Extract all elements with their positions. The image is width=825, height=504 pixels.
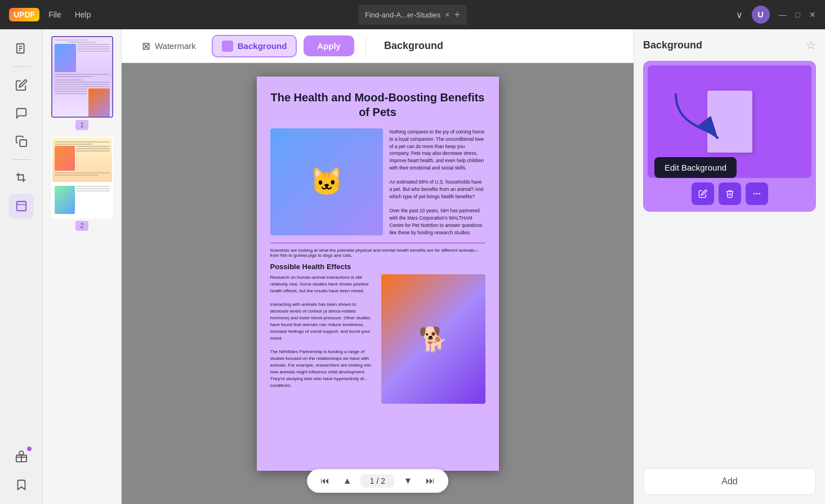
- star-button[interactable]: ☆: [806, 38, 816, 52]
- last-page-button[interactable]: ⏭: [421, 474, 439, 488]
- edit-background-tooltip: Edit Background: [654, 157, 737, 178]
- sidebar-item-gift[interactable]: [9, 444, 34, 469]
- tab-close-button[interactable]: ×: [445, 10, 449, 19]
- minimize-button[interactable]: —: [779, 10, 787, 19]
- pdf-caption: Scientists are looking at what the poten…: [270, 248, 485, 258]
- first-page-button[interactable]: ⏮: [316, 474, 334, 488]
- bg-preview-card: Edit Background: [643, 61, 816, 212]
- sidebar-item-edit[interactable]: [9, 73, 34, 97]
- right-panel-header: Background ☆: [643, 38, 816, 52]
- pdf-viewer[interactable]: The Health and Mood-Boosting Benefits of…: [122, 63, 634, 504]
- close-button[interactable]: ✕: [809, 10, 816, 19]
- sidebar-item-crop[interactable]: [9, 166, 34, 190]
- pdf-page-inner: The Health and Mood-Boosting Benefits of…: [257, 77, 499, 471]
- window-controls: — □ ✕: [779, 10, 816, 19]
- svg-rect-5: [16, 202, 26, 211]
- pdf-main-row: 🐱 Nothing compares to the joy of coming …: [270, 128, 485, 236]
- thumb-number-2: 2: [75, 221, 88, 231]
- app-logo: UPDF: [9, 8, 39, 21]
- pdf-body-text: Research on human-animal interactions is…: [270, 274, 374, 404]
- svg-point-9: [753, 193, 754, 194]
- thumbnail-page-1[interactable]: 1: [47, 36, 117, 130]
- watermark-button[interactable]: ⊠ Watermark: [133, 35, 205, 57]
- left-sidebar: [0, 29, 43, 504]
- badge-dot: [27, 447, 32, 451]
- pdf-section-title: Possible Health Effects: [270, 262, 485, 271]
- svg-point-11: [759, 193, 760, 194]
- main-content: ⊠ Watermark Background Apply Background …: [122, 29, 634, 504]
- thumbnail-panel: 1: [43, 29, 122, 504]
- more-options-button[interactable]: [746, 182, 768, 205]
- pdf-title: The Health and Mood-Boosting Benefits of…: [270, 90, 485, 119]
- title-bar: UPDF File Help Find-and-A...er-Studies ×…: [0, 0, 825, 29]
- right-panel-title: Background: [643, 39, 702, 51]
- sidebar-divider-2: [12, 159, 30, 160]
- sidebar-item-background[interactable]: [9, 194, 34, 218]
- thumb-img-2: [51, 137, 113, 218]
- tab-area: Find-and-A...er-Studies × +: [358, 5, 467, 25]
- watermark-icon: ⊠: [142, 40, 150, 52]
- svg-point-10: [756, 193, 757, 194]
- pdf-page-1: The Health and Mood-Boosting Benefits of…: [257, 77, 499, 471]
- next-page-button[interactable]: ▼: [399, 474, 417, 488]
- app-body: 1: [0, 29, 825, 504]
- title-nav: File Help: [48, 10, 91, 19]
- bg-preview-page: [707, 91, 752, 153]
- watermark-label: Watermark: [155, 41, 196, 51]
- add-button[interactable]: Add: [643, 468, 816, 495]
- page-number-input[interactable]: 1 / 2: [361, 474, 395, 488]
- maximize-button[interactable]: □: [796, 10, 800, 19]
- thumb-number-1: 1: [75, 120, 88, 130]
- toolbar: ⊠ Watermark Background Apply Background: [122, 29, 634, 63]
- dropdown-button[interactable]: ∨: [736, 10, 743, 20]
- background-toggle-button[interactable]: Background: [212, 35, 297, 57]
- file-menu[interactable]: File: [48, 10, 61, 19]
- toolbar-separator: [365, 37, 366, 55]
- thumb-img-1: [51, 36, 113, 118]
- bg-action-bar: [648, 178, 811, 207]
- help-menu[interactable]: Help: [75, 10, 91, 19]
- pdf-cat-image: 🐱: [270, 128, 383, 235]
- page-separator: /: [377, 476, 381, 485]
- pdf-separator: [270, 243, 485, 243]
- page-navigation: ⏮ ▲ 1 / 2 ▼ ⏭: [307, 469, 449, 493]
- thumbnail-page-2[interactable]: 2: [47, 137, 117, 231]
- title-actions: ∨ U — □ ✕: [736, 6, 816, 24]
- tab-label: Find-and-A...er-Studies: [365, 11, 440, 19]
- apply-button[interactable]: Apply: [304, 35, 354, 56]
- sidebar-item-bookmark[interactable]: [9, 472, 34, 497]
- background-icon: [222, 41, 233, 52]
- pdf-text-block: Nothing compares to the joy of coming ho…: [390, 128, 485, 236]
- sidebar-item-copy[interactable]: [9, 129, 34, 154]
- toolbar-panel-title: Background: [384, 40, 443, 52]
- prev-page-button[interactable]: ▲: [338, 474, 356, 488]
- thumb-content-1: [52, 37, 112, 117]
- thumb-content-2: [52, 138, 112, 217]
- delete-background-button[interactable]: [719, 182, 741, 205]
- pdf-body-row: Research on human-animal interactions is…: [270, 274, 485, 404]
- sidebar-divider-1: [12, 66, 30, 67]
- sidebar-item-document[interactable]: [9, 36, 34, 61]
- right-panel: Background ☆: [634, 29, 825, 504]
- sidebar-item-comment[interactable]: [9, 101, 34, 126]
- background-label: Background: [238, 41, 287, 51]
- svg-rect-4: [20, 140, 26, 146]
- user-avatar[interactable]: U: [752, 6, 770, 24]
- pdf-dog-image: 🐕: [381, 274, 485, 404]
- edit-background-button[interactable]: [692, 182, 714, 205]
- tab-add-button[interactable]: +: [454, 9, 461, 21]
